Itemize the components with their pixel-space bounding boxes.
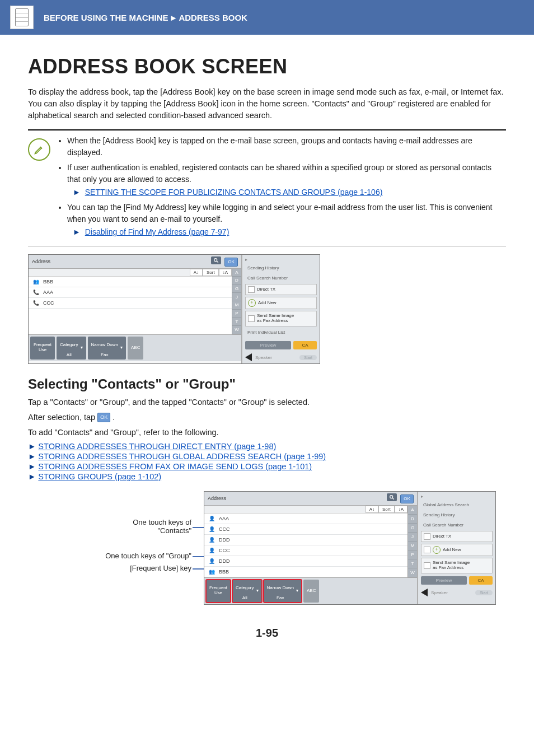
search-icon[interactable] (211, 256, 221, 264)
subheading-selecting: Selecting "Contacts" or "Group" (28, 376, 506, 392)
action-item[interactable]: Direct TX (421, 531, 493, 542)
preview-button[interactable]: Preview (245, 341, 291, 349)
abc-tab[interactable]: ABC (128, 337, 143, 360)
speaker-icon (421, 589, 428, 596)
cross-reference-list: ►STORING ADDRESSES THROUGH DIRECT ENTRY … (28, 442, 506, 481)
pencil-note-icon (28, 138, 50, 161)
chevron-down-icon: ▾ (256, 589, 259, 594)
category-tab[interactable]: Category All ▾ (57, 337, 86, 360)
action-item[interactable]: +Add New (245, 297, 317, 309)
chevron-down-icon: ▾ (296, 589, 298, 594)
ca-button[interactable]: CA (293, 341, 317, 349)
tab-value: All (67, 352, 72, 357)
sort-desc-chip[interactable]: ↓A (395, 506, 407, 513)
chevron-down-icon: ▾ (81, 346, 83, 351)
preview-button[interactable]: Preview (421, 576, 467, 585)
list-item[interactable]: 👤DDD (204, 535, 407, 545)
start-button[interactable]: Start (299, 355, 317, 360)
xref-link[interactable]: STORING ADDRESSES THROUGH DIRECT ENTRY (… (38, 442, 276, 451)
alpha-index-item[interactable]: W (232, 326, 241, 334)
category-tab[interactable]: Category All ▾ (232, 580, 261, 603)
link-arrow-icon: ► (28, 472, 36, 481)
xref-link[interactable]: SETTING THE SCOPE FOR PUBLICIZING CONTAC… (85, 188, 383, 197)
alpha-index-item[interactable]: J (408, 533, 417, 542)
action-item[interactable]: Sending History (245, 264, 317, 272)
alpha-index-item[interactable]: A (408, 506, 417, 515)
action-item[interactable]: Call Search Number (421, 521, 493, 529)
action-item[interactable]: Call Search Number (245, 274, 317, 282)
alpha-index-item[interactable]: M (408, 542, 417, 550)
svg-point-2 (390, 496, 393, 498)
page-content: ADDRESS BOOK SCREEN To display the addre… (0, 35, 534, 662)
alpha-index-item[interactable]: G (232, 285, 241, 293)
alpha-index-item[interactable]: D (232, 277, 241, 285)
alpha-index-item[interactable]: J (232, 293, 241, 301)
narrow-down-tab[interactable]: Narrow Down Fax ▾ (264, 580, 302, 603)
anno-frequent-label: [Frequent Use] key (29, 564, 191, 572)
note-text: If user authentication is enabled, regis… (67, 163, 491, 184)
narrow-down-tab[interactable]: Narrow Down Fax ▾ (88, 337, 126, 360)
action-item[interactable]: Send Same Image as Fax Address (421, 558, 493, 573)
list-item[interactable]: 📞 AAA (29, 287, 232, 298)
breadcrumb-section: BEFORE USING THE MACHINE (44, 13, 168, 22)
xref-link[interactable]: STORING ADDRESSES FROM FAX OR IMAGE SEND… (38, 462, 312, 471)
list-item-label: BBB (43, 279, 53, 284)
speaker-label: Speaker (255, 355, 272, 360)
action-item[interactable]: Global Address Search (421, 501, 493, 509)
action-item[interactable]: Print Individual List (245, 328, 317, 337)
sort-asc-chip[interactable]: A↓ (190, 269, 203, 276)
note-block: When the [Address Book] key is tapped on… (28, 135, 506, 241)
note-item: If user authentication is enabled, regis… (67, 162, 506, 198)
alpha-index-item[interactable]: T (232, 318, 241, 326)
link-arrow-icon: ► (28, 462, 36, 471)
sort-desc-chip[interactable]: ↓A (219, 269, 232, 276)
alpha-index-item[interactable]: D (408, 515, 417, 524)
tab-label: Narrow Down (91, 342, 118, 347)
tab-label: Category (60, 342, 78, 347)
abc-tab[interactable]: ABC (303, 580, 319, 603)
alpha-index-item[interactable]: P (232, 310, 241, 318)
list-item[interactable]: 📞 CCC (29, 298, 232, 309)
sub-paragraph-2: After selection, tap OK . (28, 412, 506, 423)
list-item[interactable]: 👤CCC (204, 545, 407, 556)
action-item[interactable]: Send Same Image as Fax Address (245, 311, 317, 326)
list-item[interactable]: 👥BBB (204, 567, 407, 577)
list-item[interactable]: 👥 BBB (29, 277, 232, 287)
anno-contacts-label: One touch keys of "Contacts" (29, 518, 191, 535)
start-button[interactable]: Start (475, 590, 493, 595)
frequent-use-tab[interactable]: Frequent Use (30, 337, 55, 360)
ca-button[interactable]: CA (469, 576, 493, 585)
divider-bottom (28, 246, 506, 246)
action-panel: ▸ Global Address Search Sending History … (418, 492, 495, 604)
alpha-index-item[interactable]: P (408, 550, 417, 559)
panel-handle-icon: ▸ (245, 257, 247, 262)
alpha-index-item[interactable]: M (232, 301, 241, 310)
sort-asc-chip[interactable]: A↓ (366, 506, 378, 513)
screen-title: Address (32, 259, 50, 264)
intro-paragraph: To display the address book, tap the [Ad… (28, 86, 506, 122)
list-item[interactable]: 👤AAA (204, 514, 407, 524)
alpha-index-column: A D G J M P T W (407, 506, 417, 577)
alpha-index-item[interactable]: W (408, 568, 417, 577)
action-item[interactable]: Sending History (421, 511, 493, 519)
contact-icon: 👤 (209, 526, 216, 532)
frequent-use-tab[interactable]: Frequent Use (206, 580, 231, 603)
search-icon[interactable] (387, 493, 397, 501)
sub-paragraph-1: Tap a "Contacts" or "Group", and the tap… (28, 396, 506, 408)
list-item[interactable]: 👤CCC (204, 524, 407, 535)
breadcrumb-sep: ► (170, 13, 178, 22)
action-item[interactable]: +Add New (421, 544, 493, 556)
xref-link[interactable]: STORING GROUPS (page 1-102) (38, 472, 161, 481)
page-title: ADDRESS BOOK SCREEN (28, 55, 506, 78)
action-item[interactable]: Direct TX (245, 284, 317, 295)
list-item[interactable]: 👤DDD (204, 556, 407, 567)
link-arrow-icon: ► (73, 227, 81, 236)
ok-button[interactable]: OK (400, 494, 414, 503)
alpha-index-item[interactable]: T (408, 559, 417, 568)
contact-icon: 👤 (209, 548, 216, 553)
xref-link[interactable]: STORING ADDRESSES THROUGH GLOBAL ADDRESS… (38, 452, 326, 461)
alpha-index-item[interactable]: A (232, 269, 241, 277)
xref-link[interactable]: Disabling of Find My Address (page 7-97) (85, 227, 229, 236)
alpha-index-item[interactable]: G (408, 524, 417, 533)
ok-button[interactable]: OK (224, 258, 238, 267)
